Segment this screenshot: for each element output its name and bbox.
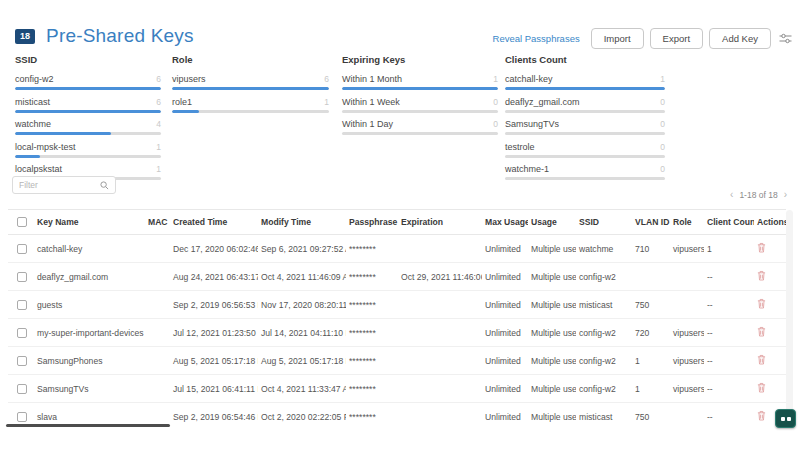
cell-mac: [145, 347, 170, 375]
filter-item-count: 0: [493, 119, 498, 129]
filter-item-label: watchme: [15, 119, 51, 129]
row-checkbox[interactable]: [17, 272, 27, 282]
filter-item-label: local-mpsk-test: [15, 142, 76, 152]
row-checkbox[interactable]: [17, 384, 27, 394]
filter-item[interactable]: vipusers 6: [172, 74, 329, 90]
cell-role: [670, 403, 704, 429]
export-button[interactable]: Export: [650, 28, 703, 49]
cell-role: vipusers: [670, 347, 704, 375]
filter-item-bar: [15, 110, 161, 113]
cell-vlan-id: 750: [632, 403, 670, 429]
cell-role: [670, 291, 704, 319]
select-all-checkbox[interactable]: [17, 217, 27, 227]
row-checkbox[interactable]: [17, 244, 27, 254]
row-select-cell: [8, 291, 34, 319]
row-select-cell: [8, 319, 34, 347]
filter-item-bar: [342, 132, 498, 135]
table-row[interactable]: SamsungTVs Jul 15, 2021 06:41:11 PM Oct …: [8, 375, 786, 403]
column-header-created-time[interactable]: Created Time: [170, 210, 258, 235]
filter-item-label: Within 1 Week: [342, 97, 400, 107]
column-header-modify-time[interactable]: Modify Time: [258, 210, 346, 235]
filter-item[interactable]: SamsungTVs 0: [505, 119, 665, 135]
filter-item[interactable]: Within 1 Month 1: [342, 74, 498, 90]
row-checkbox[interactable]: [17, 300, 27, 310]
table-row[interactable]: SamsungPhones Aug 5, 2021 05:17:18 PM Au…: [8, 347, 786, 375]
filter-item-count: 6: [324, 74, 329, 84]
cell-usage: Multiple users: [528, 319, 576, 347]
delete-key-button[interactable]: [757, 354, 766, 365]
cell-role: vipusers: [670, 319, 704, 347]
cell-modify-time: Nov 17, 2020 08:20:11 PM: [258, 291, 346, 319]
delete-key-button[interactable]: [757, 242, 766, 253]
cell-actions: [754, 375, 786, 403]
delete-key-button[interactable]: [757, 326, 766, 337]
row-checkbox[interactable]: [17, 356, 27, 366]
search-icon[interactable]: [100, 181, 109, 190]
delete-key-button[interactable]: [757, 298, 766, 309]
filter-item[interactable]: catchall-key 1: [505, 74, 665, 90]
filter-item-bar: [505, 155, 665, 158]
cell-usage: Multiple users: [528, 347, 576, 375]
cell-usage: Multiple users: [528, 291, 576, 319]
cell-expiration: [398, 319, 482, 347]
row-checkbox[interactable]: [17, 412, 27, 422]
reveal-passphrases-link[interactable]: Reveal Passphrases: [493, 33, 580, 44]
column-header-key-name[interactable]: Key Name: [34, 210, 145, 235]
horizontal-scrollbar-thumb[interactable]: [6, 424, 170, 427]
table-settings-button[interactable]: [777, 31, 794, 46]
cell-client-count: --: [704, 403, 754, 429]
column-header-actions[interactable]: Actions: [754, 210, 786, 235]
filter-item-bar: [342, 110, 498, 113]
filter-panel-expiring-keys: Expiring Keys Within 1 Month 1 Within 1 …: [342, 54, 498, 142]
table-row[interactable]: my-super-important-devices Jul 12, 2021 …: [8, 319, 786, 347]
filter-input[interactable]: [19, 180, 100, 190]
column-header-passphrase[interactable]: Passphrase: [346, 210, 398, 235]
vertical-scrollbar-track[interactable]: [786, 210, 793, 427]
filter-item-bar: [15, 132, 161, 135]
column-header-ssid[interactable]: SSID: [576, 210, 632, 235]
delete-key-button[interactable]: [757, 382, 766, 393]
filter-item[interactable]: local-mpsk-test 1: [15, 142, 161, 158]
column-header-usage[interactable]: Usage: [528, 210, 576, 235]
filter-item[interactable]: misticast 6: [15, 97, 161, 113]
filter-item[interactable]: config-w2 6: [15, 74, 161, 90]
cell-usage: Multiple users: [528, 235, 576, 263]
cell-passphrase: ********: [346, 319, 398, 347]
filter-item[interactable]: testrole 0: [505, 142, 665, 158]
cell-vlan-id: 1: [632, 375, 670, 403]
cell-usage: Multiple users: [528, 263, 576, 291]
filter-item[interactable]: role1 1: [172, 97, 329, 113]
column-header-vlan-id[interactable]: VLAN ID: [632, 210, 670, 235]
delete-key-button[interactable]: [757, 410, 766, 421]
filter-item-label: misticast: [15, 97, 50, 107]
import-button[interactable]: Import: [591, 28, 644, 49]
filter-panel-role: Role vipusers 6 role1 1: [172, 54, 329, 119]
prev-page-button[interactable]: ‹: [730, 190, 733, 200]
row-checkbox[interactable]: [17, 328, 27, 338]
column-header-max-usage[interactable]: Max Usage: [482, 210, 528, 235]
table-row[interactable]: guests Sep 2, 2019 06:56:53 PM Nov 17, 2…: [8, 291, 786, 319]
column-header-mac[interactable]: MAC: [145, 210, 170, 235]
filter-item[interactable]: watchme 4: [15, 119, 161, 135]
add-key-button[interactable]: Add Key: [709, 28, 771, 49]
cell-client-count: 1: [704, 235, 754, 263]
filter-item[interactable]: watchme-1 0: [505, 164, 665, 180]
filter-item-count: 0: [660, 97, 665, 107]
table-row[interactable]: catchall-key Dec 17, 2020 06:02:46 PM Se…: [8, 235, 786, 263]
next-page-button[interactable]: ›: [784, 190, 787, 200]
cell-client-count: --: [704, 291, 754, 319]
table-row[interactable]: deaflyz_gmail.com Aug 24, 2021 06:43:17 …: [8, 263, 786, 291]
cell-ssid: config-w2: [576, 347, 632, 375]
delete-key-button[interactable]: [757, 270, 766, 281]
cell-ssid: config-w2: [576, 319, 632, 347]
column-header-client-count[interactable]: Client Count: [704, 210, 754, 235]
column-header-expiration[interactable]: Expiration: [398, 210, 482, 235]
filter-item-label: watchme-1: [505, 164, 549, 174]
cell-ssid: misticast: [576, 291, 632, 319]
filter-panel-clients-count: Clients Count catchall-key 1 deaflyz_gma…: [505, 54, 665, 187]
filter-item[interactable]: Within 1 Week 0: [342, 97, 498, 113]
column-header-role[interactable]: Role: [670, 210, 704, 235]
filter-item[interactable]: deaflyz_gmail.com 0: [505, 97, 665, 113]
recorder-widget-icon[interactable]: [775, 409, 796, 428]
filter-item[interactable]: Within 1 Day 0: [342, 119, 498, 135]
